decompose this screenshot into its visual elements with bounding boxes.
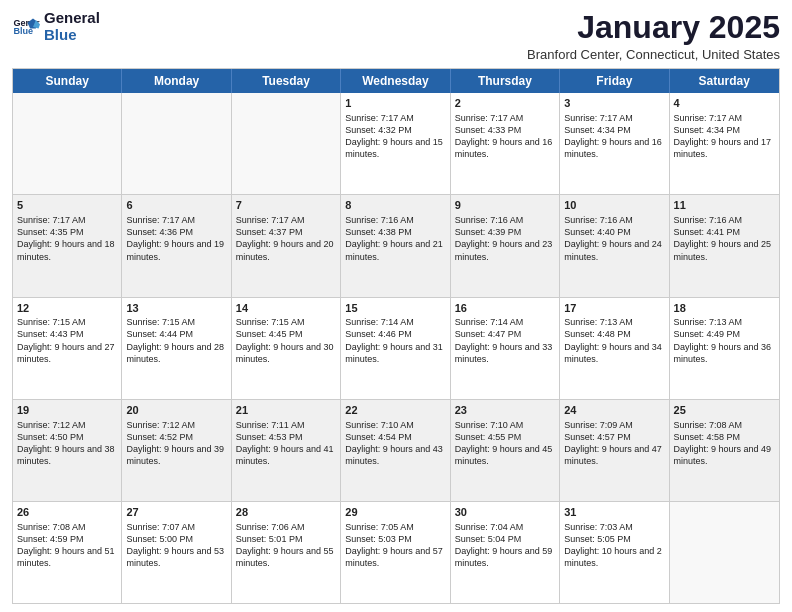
day-number: 25 — [674, 403, 775, 418]
day-number: 28 — [236, 505, 336, 520]
cell-info: Sunrise: 7:03 AM Sunset: 5:05 PM Dayligh… — [564, 521, 664, 570]
cell-info: Sunrise: 7:16 AM Sunset: 4:39 PM Dayligh… — [455, 214, 555, 263]
calendar-cell: 6Sunrise: 7:17 AM Sunset: 4:36 PM Daylig… — [122, 195, 231, 296]
calendar-cell: 3Sunrise: 7:17 AM Sunset: 4:34 PM Daylig… — [560, 93, 669, 194]
cell-info: Sunrise: 7:17 AM Sunset: 4:32 PM Dayligh… — [345, 112, 445, 161]
cell-info: Sunrise: 7:10 AM Sunset: 4:55 PM Dayligh… — [455, 419, 555, 468]
day-number: 4 — [674, 96, 775, 111]
calendar-body: 1Sunrise: 7:17 AM Sunset: 4:32 PM Daylig… — [13, 93, 779, 603]
day-number: 5 — [17, 198, 117, 213]
calendar-cell: 14Sunrise: 7:15 AM Sunset: 4:45 PM Dayli… — [232, 298, 341, 399]
calendar-cell: 9Sunrise: 7:16 AM Sunset: 4:39 PM Daylig… — [451, 195, 560, 296]
calendar-cell: 12Sunrise: 7:15 AM Sunset: 4:43 PM Dayli… — [13, 298, 122, 399]
day-number: 21 — [236, 403, 336, 418]
calendar-cell: 15Sunrise: 7:14 AM Sunset: 4:46 PM Dayli… — [341, 298, 450, 399]
day-header-sunday: Sunday — [13, 69, 122, 93]
calendar-cell: 18Sunrise: 7:13 AM Sunset: 4:49 PM Dayli… — [670, 298, 779, 399]
calendar-cell: 2Sunrise: 7:17 AM Sunset: 4:33 PM Daylig… — [451, 93, 560, 194]
cell-info: Sunrise: 7:08 AM Sunset: 4:58 PM Dayligh… — [674, 419, 775, 468]
day-header-thursday: Thursday — [451, 69, 560, 93]
cell-info: Sunrise: 7:17 AM Sunset: 4:36 PM Dayligh… — [126, 214, 226, 263]
day-number: 22 — [345, 403, 445, 418]
calendar-cell — [232, 93, 341, 194]
day-number: 6 — [126, 198, 226, 213]
cell-info: Sunrise: 7:12 AM Sunset: 4:50 PM Dayligh… — [17, 419, 117, 468]
header: General Blue General Blue January 2025 B… — [12, 10, 780, 62]
calendar-header: SundayMondayTuesdayWednesdayThursdayFrid… — [13, 69, 779, 93]
day-number: 16 — [455, 301, 555, 316]
day-number: 18 — [674, 301, 775, 316]
calendar-row: 19Sunrise: 7:12 AM Sunset: 4:50 PM Dayli… — [13, 399, 779, 501]
calendar-cell: 21Sunrise: 7:11 AM Sunset: 4:53 PM Dayli… — [232, 400, 341, 501]
day-number: 13 — [126, 301, 226, 316]
cell-info: Sunrise: 7:15 AM Sunset: 4:44 PM Dayligh… — [126, 316, 226, 365]
day-header-friday: Friday — [560, 69, 669, 93]
calendar-cell: 8Sunrise: 7:16 AM Sunset: 4:38 PM Daylig… — [341, 195, 450, 296]
logo-icon: General Blue — [12, 13, 40, 41]
logo: General Blue General Blue — [12, 10, 100, 43]
cell-info: Sunrise: 7:13 AM Sunset: 4:48 PM Dayligh… — [564, 316, 664, 365]
calendar-cell: 4Sunrise: 7:17 AM Sunset: 4:34 PM Daylig… — [670, 93, 779, 194]
day-number: 27 — [126, 505, 226, 520]
day-number: 10 — [564, 198, 664, 213]
day-number: 29 — [345, 505, 445, 520]
cell-info: Sunrise: 7:14 AM Sunset: 4:46 PM Dayligh… — [345, 316, 445, 365]
calendar-row: 26Sunrise: 7:08 AM Sunset: 4:59 PM Dayli… — [13, 501, 779, 603]
day-number: 19 — [17, 403, 117, 418]
day-header-tuesday: Tuesday — [232, 69, 341, 93]
cell-info: Sunrise: 7:09 AM Sunset: 4:57 PM Dayligh… — [564, 419, 664, 468]
day-number: 20 — [126, 403, 226, 418]
calendar-cell — [13, 93, 122, 194]
day-number: 12 — [17, 301, 117, 316]
day-number: 24 — [564, 403, 664, 418]
calendar-cell: 10Sunrise: 7:16 AM Sunset: 4:40 PM Dayli… — [560, 195, 669, 296]
calendar-cell: 27Sunrise: 7:07 AM Sunset: 5:00 PM Dayli… — [122, 502, 231, 603]
cell-info: Sunrise: 7:10 AM Sunset: 4:54 PM Dayligh… — [345, 419, 445, 468]
day-header-monday: Monday — [122, 69, 231, 93]
calendar-cell: 20Sunrise: 7:12 AM Sunset: 4:52 PM Dayli… — [122, 400, 231, 501]
calendar-cell: 11Sunrise: 7:16 AM Sunset: 4:41 PM Dayli… — [670, 195, 779, 296]
day-number: 15 — [345, 301, 445, 316]
day-number: 17 — [564, 301, 664, 316]
calendar-cell: 25Sunrise: 7:08 AM Sunset: 4:58 PM Dayli… — [670, 400, 779, 501]
cell-info: Sunrise: 7:16 AM Sunset: 4:38 PM Dayligh… — [345, 214, 445, 263]
calendar-cell — [670, 502, 779, 603]
month-title: January 2025 — [527, 10, 780, 45]
cell-info: Sunrise: 7:16 AM Sunset: 4:41 PM Dayligh… — [674, 214, 775, 263]
cell-info: Sunrise: 7:12 AM Sunset: 4:52 PM Dayligh… — [126, 419, 226, 468]
calendar-cell: 24Sunrise: 7:09 AM Sunset: 4:57 PM Dayli… — [560, 400, 669, 501]
cell-info: Sunrise: 7:16 AM Sunset: 4:40 PM Dayligh… — [564, 214, 664, 263]
calendar-cell: 22Sunrise: 7:10 AM Sunset: 4:54 PM Dayli… — [341, 400, 450, 501]
page: General Blue General Blue January 2025 B… — [0, 0, 792, 612]
cell-info: Sunrise: 7:05 AM Sunset: 5:03 PM Dayligh… — [345, 521, 445, 570]
day-number: 7 — [236, 198, 336, 213]
cell-info: Sunrise: 7:17 AM Sunset: 4:34 PM Dayligh… — [564, 112, 664, 161]
calendar-row: 1Sunrise: 7:17 AM Sunset: 4:32 PM Daylig… — [13, 93, 779, 194]
calendar: SundayMondayTuesdayWednesdayThursdayFrid… — [12, 68, 780, 604]
cell-info: Sunrise: 7:17 AM Sunset: 4:35 PM Dayligh… — [17, 214, 117, 263]
cell-info: Sunrise: 7:11 AM Sunset: 4:53 PM Dayligh… — [236, 419, 336, 468]
calendar-cell: 5Sunrise: 7:17 AM Sunset: 4:35 PM Daylig… — [13, 195, 122, 296]
calendar-cell: 28Sunrise: 7:06 AM Sunset: 5:01 PM Dayli… — [232, 502, 341, 603]
calendar-cell: 23Sunrise: 7:10 AM Sunset: 4:55 PM Dayli… — [451, 400, 560, 501]
calendar-cell: 19Sunrise: 7:12 AM Sunset: 4:50 PM Dayli… — [13, 400, 122, 501]
calendar-row: 12Sunrise: 7:15 AM Sunset: 4:43 PM Dayli… — [13, 297, 779, 399]
calendar-cell: 26Sunrise: 7:08 AM Sunset: 4:59 PM Dayli… — [13, 502, 122, 603]
cell-info: Sunrise: 7:17 AM Sunset: 4:33 PM Dayligh… — [455, 112, 555, 161]
calendar-cell — [122, 93, 231, 194]
day-header-wednesday: Wednesday — [341, 69, 450, 93]
cell-info: Sunrise: 7:13 AM Sunset: 4:49 PM Dayligh… — [674, 316, 775, 365]
cell-info: Sunrise: 7:15 AM Sunset: 4:43 PM Dayligh… — [17, 316, 117, 365]
calendar-cell: 29Sunrise: 7:05 AM Sunset: 5:03 PM Dayli… — [341, 502, 450, 603]
cell-info: Sunrise: 7:08 AM Sunset: 4:59 PM Dayligh… — [17, 521, 117, 570]
calendar-cell: 30Sunrise: 7:04 AM Sunset: 5:04 PM Dayli… — [451, 502, 560, 603]
calendar-row: 5Sunrise: 7:17 AM Sunset: 4:35 PM Daylig… — [13, 194, 779, 296]
calendar-cell: 16Sunrise: 7:14 AM Sunset: 4:47 PM Dayli… — [451, 298, 560, 399]
day-number: 26 — [17, 505, 117, 520]
day-number: 9 — [455, 198, 555, 213]
day-header-saturday: Saturday — [670, 69, 779, 93]
calendar-cell: 7Sunrise: 7:17 AM Sunset: 4:37 PM Daylig… — [232, 195, 341, 296]
calendar-cell: 13Sunrise: 7:15 AM Sunset: 4:44 PM Dayli… — [122, 298, 231, 399]
logo-blue: Blue — [44, 27, 100, 44]
day-number: 1 — [345, 96, 445, 111]
